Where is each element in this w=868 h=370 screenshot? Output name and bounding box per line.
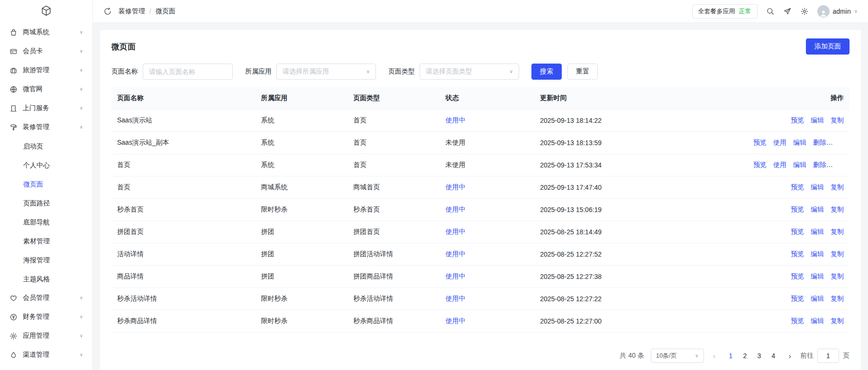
- sidebar-item-label: 会员管理: [23, 294, 80, 302]
- action-edit[interactable]: 编辑: [811, 250, 824, 258]
- goto-page: 前往 页: [800, 349, 850, 363]
- action-edit[interactable]: 编辑: [793, 161, 806, 168]
- table-row: 拼团首页拼团拼团首页使用中2025-08-25 18:14:49预览编辑复制: [111, 221, 850, 243]
- page-number[interactable]: 2: [739, 350, 751, 362]
- sidebar-item-travel-mgmt[interactable]: 旅游管理∨: [0, 61, 92, 80]
- action-edit[interactable]: 编辑: [811, 317, 824, 324]
- column-header: 所属应用: [256, 87, 348, 109]
- sidebar-subitem[interactable]: 微页面: [0, 175, 92, 194]
- action-copy[interactable]: 复制: [831, 116, 844, 124]
- sidebar-item-mall-system[interactable]: 商城系统∨: [0, 23, 92, 42]
- cell-actions: 预览编辑复制: [741, 243, 850, 265]
- action-preview[interactable]: 预览: [791, 295, 804, 302]
- cube-logo-icon: [40, 4, 53, 18]
- action-delete[interactable]: 删除: [813, 139, 826, 146]
- add-page-button[interactable]: 添加页面: [806, 38, 850, 55]
- action-preview[interactable]: 预览: [791, 116, 804, 124]
- sidebar-subitem[interactable]: 海报管理: [0, 250, 92, 269]
- action-copy[interactable]: 复制: [831, 228, 844, 235]
- sidebar-item-member-card[interactable]: 会员卡∨: [0, 42, 92, 61]
- page-number[interactable]: 3: [753, 350, 765, 362]
- action-edit[interactable]: 编辑: [811, 272, 824, 280]
- search-icon[interactable]: [766, 7, 775, 16]
- action-preview[interactable]: 预览: [791, 183, 804, 191]
- page-number[interactable]: 4: [767, 350, 779, 362]
- action-edit[interactable]: 编辑: [811, 205, 824, 213]
- sidebar-subitem[interactable]: 底部导航: [0, 213, 92, 231]
- share-icon[interactable]: [783, 7, 792, 16]
- action-edit[interactable]: 编辑: [811, 295, 824, 302]
- cell-app: 限时秒杀: [256, 198, 348, 221]
- sidebar-item-micro-site[interactable]: 微官网∨: [0, 80, 92, 99]
- action-edit[interactable]: 编辑: [811, 228, 824, 235]
- sidebar-item-decoration[interactable]: 装修管理∧: [0, 118, 92, 137]
- prev-page-icon[interactable]: ‹: [711, 352, 718, 360]
- search-button[interactable]: 搜索: [531, 64, 562, 80]
- action-preview[interactable]: 预览: [791, 250, 804, 258]
- card-icon: [9, 47, 18, 56]
- action-copy[interactable]: 复制: [831, 183, 844, 191]
- action-edit[interactable]: 编辑: [811, 116, 824, 124]
- app-logo: [0, 0, 92, 23]
- action-preview[interactable]: 预览: [791, 317, 804, 324]
- cell-actions: 预览编辑复制: [741, 198, 850, 221]
- cell-status: 使用中: [440, 221, 534, 243]
- cell-page-name: 首页: [111, 154, 256, 176]
- action-edit[interactable]: 编辑: [811, 183, 824, 191]
- page-type-select[interactable]: 请选择页面类型 ∨: [420, 64, 519, 80]
- action-use[interactable]: 使用: [773, 161, 786, 168]
- page-name-input[interactable]: [143, 64, 233, 80]
- action-preview[interactable]: 预览: [791, 272, 804, 280]
- page-size-select[interactable]: 10条/页 ∨: [651, 349, 704, 363]
- sidebar-item-label: 上门服务: [23, 104, 80, 112]
- action-use[interactable]: 使用: [773, 139, 786, 146]
- cell-actions: 预览编辑复制: [741, 310, 850, 332]
- cell-updated: 2025-08-25 12:27:22: [534, 287, 741, 310]
- filter-bar: 页面名称 所属应用 请选择所属应用 ∨ 页面类型 请选择页面类型: [111, 64, 850, 80]
- next-page-icon[interactable]: ›: [786, 352, 794, 360]
- action-copy[interactable]: 复制: [831, 295, 844, 302]
- action-copy[interactable]: 复制: [831, 205, 844, 213]
- gear-icon[interactable]: [800, 7, 809, 16]
- sidebar: 商城系统∨会员卡∨旅游管理∨微官网∨上门服务∨装修管理∧启动页个人中心微页面页面…: [0, 0, 93, 370]
- action-copy[interactable]: 复制: [831, 317, 844, 324]
- action-copy[interactable]: 复制: [833, 139, 846, 146]
- action-delete[interactable]: 删除: [813, 161, 826, 168]
- refresh-icon[interactable]: [103, 7, 112, 16]
- page-size-value: 10条/页: [656, 352, 677, 360]
- sidebar-item-label: 应用管理: [23, 332, 80, 340]
- sidebar-subitem[interactable]: 启动页: [0, 137, 92, 156]
- user-menu[interactable]: admin ∨: [817, 5, 858, 18]
- sidebar-subitem[interactable]: 个人中心: [0, 156, 92, 175]
- app-select[interactable]: 请选择所属应用 ∨: [276, 64, 376, 80]
- sidebar-item-member-mgmt[interactable]: 会员管理∨: [0, 288, 92, 307]
- breadcrumb-current: 微页面: [155, 7, 175, 16]
- pages-table: 页面名称所属应用页面类型状态更新时间操作 Saas演示站系统首页使用中2025-…: [111, 87, 850, 333]
- breadcrumb-parent[interactable]: 装修管理: [119, 7, 145, 16]
- reset-button[interactable]: 重置: [567, 64, 598, 80]
- cell-actions: 预览编辑复制: [741, 109, 850, 131]
- plan-badge[interactable]: 全套餐多应用 正常: [692, 4, 758, 18]
- goto-page-input[interactable]: [817, 349, 839, 363]
- action-copy[interactable]: 复制: [833, 161, 846, 168]
- action-preview[interactable]: 预览: [791, 205, 804, 213]
- action-copy[interactable]: 复制: [831, 250, 844, 258]
- sidebar-subitem[interactable]: 素材管理: [0, 231, 92, 250]
- sidebar-item-finance-mgmt[interactable]: 财务管理∨: [0, 307, 92, 326]
- action-edit[interactable]: 编辑: [793, 139, 806, 146]
- action-preview[interactable]: 预览: [791, 228, 804, 235]
- action-preview[interactable]: 预览: [753, 161, 767, 168]
- page-number[interactable]: 1: [724, 350, 737, 362]
- cell-actions: 预览编辑复制: [741, 221, 850, 243]
- action-copy[interactable]: 复制: [831, 272, 844, 280]
- sidebar-item-channel-mgmt[interactable]: 渠道管理∨: [0, 345, 92, 364]
- sidebar-subitem[interactable]: 页面路径: [0, 194, 92, 213]
- action-preview[interactable]: 预览: [753, 139, 767, 146]
- sidebar-item-app-mgmt[interactable]: 应用管理∨: [0, 326, 92, 345]
- avatar: [817, 5, 830, 18]
- username: admin: [833, 8, 851, 15]
- sidebar-subitem[interactable]: 主题风格: [0, 269, 92, 288]
- cell-actions: 预览编辑复制: [741, 176, 850, 198]
- cell-page-name: Saas演示站: [111, 109, 256, 131]
- sidebar-item-door-service[interactable]: 上门服务∨: [0, 99, 92, 118]
